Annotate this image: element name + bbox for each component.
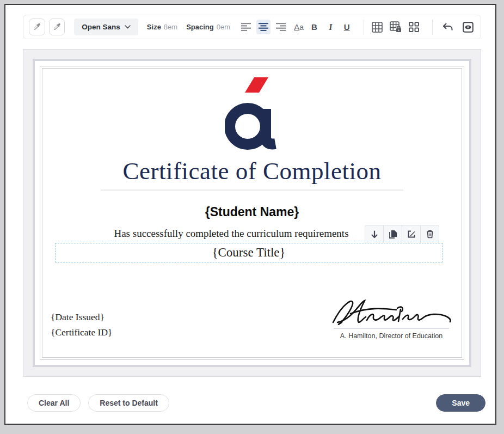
certificate-subtitle[interactable]: Has successfully completed the curriculu… (114, 228, 348, 240)
signature-block: A. Hamilton, Director of Education (330, 297, 453, 340)
font-family-value: Open Sans (82, 23, 120, 31)
certificate-canvas: Certificate of Completion {Student Name}… (33, 59, 471, 367)
academy-a-logo (225, 76, 279, 151)
table-icon (372, 22, 383, 33)
bold-button[interactable]: B (308, 20, 321, 34)
edit-icon (407, 230, 416, 239)
text-case-upper: A (294, 22, 299, 32)
duplicate-icon (389, 230, 397, 239)
font-size-label: Size (147, 23, 161, 31)
letter-spacing-value: 0em (217, 23, 230, 31)
certificate-title: Certificate of Completion (42, 157, 462, 185)
formatting-toolbar: Open Sans Size 8em Spacing 0em (23, 15, 481, 39)
color-picker-icon (32, 22, 41, 32)
date-issued-placeholder[interactable]: {Date Issued} (51, 311, 105, 323)
preview-eye-icon (463, 22, 474, 33)
align-center-button[interactable] (256, 20, 271, 34)
course-title-field[interactable]: {Course Title} (55, 243, 442, 262)
text-case-button[interactable]: Aa (294, 22, 304, 32)
chevron-down-icon (125, 25, 131, 29)
certificate-editor-window: Open Sans Size 8em Spacing 0em (4, 4, 496, 425)
certificate-preview-area: Certificate of Completion {Student Name}… (23, 49, 481, 377)
footer-actions: Clear All Reset to Default Save (27, 394, 485, 412)
reset-to-default-button[interactable]: Reset to Default (88, 394, 169, 412)
signature-line (334, 328, 449, 329)
letter-spacing-label: Spacing (186, 23, 214, 31)
delete-button[interactable] (420, 225, 439, 243)
undo-button[interactable] (440, 20, 454, 34)
certificate-inner-frame: Certificate of Completion {Student Name}… (42, 68, 462, 358)
text-case-lower: a (299, 23, 304, 32)
move-down-button[interactable] (365, 225, 384, 243)
toolbar-divider (432, 20, 433, 35)
italic-button[interactable]: I (324, 20, 337, 34)
toolbar-right-group (426, 20, 475, 35)
align-center-icon (259, 23, 268, 31)
layout-blocks-button[interactable] (407, 20, 421, 34)
title-divider (101, 190, 403, 191)
align-left-button[interactable] (239, 20, 254, 34)
table-lock-button[interactable] (389, 20, 402, 34)
layout-blocks-icon (409, 22, 419, 32)
color-picker-icon (52, 22, 62, 32)
duplicate-button[interactable] (383, 225, 402, 243)
font-size-value: 8em (164, 23, 177, 31)
underline-button[interactable]: U (341, 20, 353, 34)
font-family-dropdown[interactable]: Open Sans (74, 19, 138, 35)
preview-button[interactable] (461, 20, 475, 34)
student-name-placeholder[interactable]: {Student Name} (42, 205, 462, 219)
align-right-icon (276, 23, 286, 31)
toolbar-divider (364, 20, 364, 35)
table-lock-icon (390, 21, 402, 33)
undo-icon (442, 22, 453, 32)
table-button[interactable] (371, 20, 384, 34)
signature-caption: A. Hamilton, Director of Education (330, 332, 453, 340)
course-title-placeholder: {Course Title} (212, 246, 285, 260)
element-toolbar (365, 225, 439, 243)
signature-image (330, 297, 453, 327)
certificate-id-placeholder[interactable]: {Certificate ID} (51, 327, 113, 338)
color-picker-button-1[interactable] (29, 19, 45, 35)
trash-icon (426, 230, 434, 239)
logo-red-accent (245, 77, 268, 93)
clear-all-button[interactable]: Clear All (27, 394, 81, 412)
align-right-button[interactable] (273, 20, 288, 34)
color-picker-button-2[interactable] (49, 19, 65, 35)
save-button[interactable]: Save (436, 394, 485, 412)
align-left-icon (241, 23, 251, 31)
move-down-icon (371, 230, 378, 239)
edit-button[interactable] (402, 225, 421, 243)
letter-spacing-control[interactable]: Spacing 0em (186, 23, 230, 31)
font-size-control[interactable]: Size 8em (147, 23, 177, 31)
